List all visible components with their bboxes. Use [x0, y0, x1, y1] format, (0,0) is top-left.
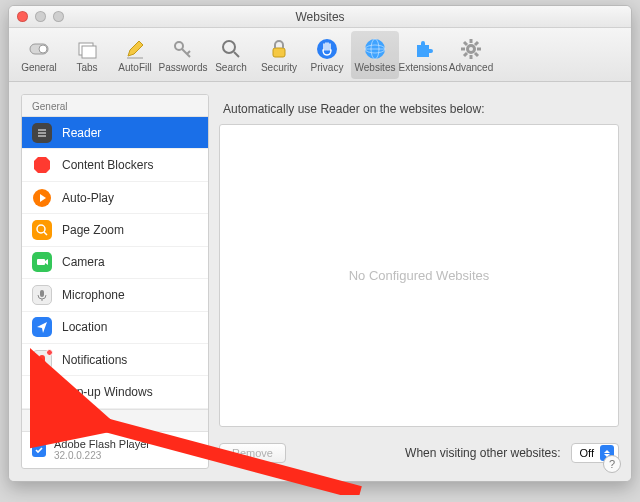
svg-line-21	[464, 53, 467, 56]
plugin-name: Adobe Flash Player	[54, 438, 150, 451]
toolbar-label: Advanced	[449, 62, 493, 73]
lock-icon	[266, 36, 292, 62]
close-window-button[interactable]	[17, 11, 28, 22]
toolbar-advanced[interactable]: Advanced	[447, 31, 495, 79]
toolbar-label: Security	[261, 62, 297, 73]
sidebar-item-label: Location	[62, 320, 107, 334]
toolbar-label: Extensions	[399, 62, 448, 73]
sidebar-item-camera[interactable]: Camera	[22, 247, 208, 279]
websites-list[interactable]: No Configured Websites	[219, 124, 619, 427]
toolbar-label: Privacy	[311, 62, 344, 73]
select-value: Off	[580, 447, 594, 459]
sidebar-item-popups[interactable]: Pop-up Windows	[22, 376, 208, 408]
plugin-checkbox[interactable]	[32, 443, 46, 457]
toolbar-label: Websites	[355, 62, 396, 73]
window-title: Websites	[9, 10, 631, 24]
sidebar-item-label: Auto-Play	[62, 191, 114, 205]
zoom-icon	[32, 220, 52, 240]
toolbar-passwords[interactable]: Passwords	[159, 31, 207, 79]
svg-line-20	[475, 53, 478, 56]
sidebar-item-label: Camera	[62, 255, 105, 269]
sidebar-item-page-zoom[interactable]: Page Zoom	[22, 214, 208, 246]
sidebar-item-location[interactable]: Location	[22, 312, 208, 344]
svg-point-1	[39, 45, 47, 53]
main-panel: Automatically use Reader on the websites…	[219, 94, 619, 469]
svg-line-19	[464, 42, 467, 45]
svg-point-6	[223, 41, 235, 53]
svg-point-30	[37, 225, 45, 233]
footer-controls: Remove When visiting other websites: Off	[219, 427, 619, 469]
toolbar-websites[interactable]: Websites	[351, 31, 399, 79]
sidebar-item-notifications[interactable]: Notifications	[22, 344, 208, 376]
preferences-toolbar: General Tabs AutoFill Passwords Search	[9, 28, 631, 82]
svg-marker-27	[34, 157, 50, 173]
visiting-label: When visiting other websites:	[405, 446, 560, 460]
svg-marker-36	[37, 322, 47, 333]
svg-rect-32	[37, 259, 45, 265]
preferences-window: Websites General Tabs AutoFill Passwords	[8, 5, 632, 482]
plugin-meta: Adobe Flash Player 32.0.0.223	[54, 438, 150, 462]
svg-point-9	[317, 39, 337, 59]
sidebar-section-plugins: Plug-ins	[22, 409, 208, 432]
reader-icon	[32, 123, 52, 143]
svg-point-23	[469, 47, 473, 51]
sidebar: General Reader Content Blockers Auto-Pla…	[21, 94, 209, 469]
popup-icon	[32, 382, 52, 402]
notification-badge	[46, 349, 53, 356]
svg-line-22	[475, 42, 478, 45]
toolbar-label: General	[21, 62, 57, 73]
sidebar-item-label: Page Zoom	[62, 223, 124, 237]
camera-icon	[32, 252, 52, 272]
svg-marker-33	[45, 259, 48, 265]
minimize-window-button[interactable]	[35, 11, 46, 22]
stop-icon	[32, 155, 52, 175]
key-icon	[170, 36, 196, 62]
switch-icon	[26, 36, 52, 62]
search-icon	[218, 36, 244, 62]
sidebar-item-label: Reader	[62, 126, 101, 140]
sidebar-item-microphone[interactable]: Microphone	[22, 279, 208, 311]
sidebar-item-label: Microphone	[62, 288, 125, 302]
help-label: ?	[609, 458, 615, 470]
remove-label: Remove	[232, 447, 273, 459]
svg-rect-3	[82, 46, 96, 58]
sidebar-item-label: Content Blockers	[62, 158, 153, 172]
toolbar-general[interactable]: General	[15, 31, 63, 79]
sidebar-section-general: General	[22, 95, 208, 117]
titlebar: Websites	[9, 6, 631, 28]
bell-icon	[32, 350, 52, 370]
gear-icon	[458, 36, 484, 62]
globe-icon	[362, 36, 388, 62]
toolbar-security[interactable]: Security	[255, 31, 303, 79]
location-icon	[32, 317, 52, 337]
svg-rect-34	[40, 290, 44, 297]
content-area: General Reader Content Blockers Auto-Pla…	[9, 82, 631, 481]
sidebar-item-reader[interactable]: Reader	[22, 117, 208, 149]
zoom-window-button[interactable]	[53, 11, 64, 22]
microphone-icon	[32, 285, 52, 305]
remove-button[interactable]: Remove	[219, 443, 286, 463]
sidebar-item-auto-play[interactable]: Auto-Play	[22, 182, 208, 214]
svg-rect-8	[273, 48, 285, 57]
toolbar-extensions[interactable]: Extensions	[399, 31, 447, 79]
svg-point-37	[41, 362, 43, 364]
tab-icon	[74, 36, 100, 62]
toolbar-search[interactable]: Search	[207, 31, 255, 79]
plugin-version: 32.0.0.223	[54, 450, 150, 462]
play-icon	[32, 188, 52, 208]
toolbar-privacy[interactable]: Privacy	[303, 31, 351, 79]
toolbar-label: Search	[215, 62, 247, 73]
svg-point-5	[175, 42, 183, 50]
toolbar-label: Passwords	[159, 62, 208, 73]
toolbar-autofill[interactable]: AutoFill	[111, 31, 159, 79]
plugin-item-flash[interactable]: Adobe Flash Player 32.0.0.223	[22, 432, 208, 468]
empty-state-text: No Configured Websites	[349, 268, 490, 283]
sidebar-item-content-blockers[interactable]: Content Blockers	[22, 149, 208, 181]
toolbar-label: AutoFill	[118, 62, 151, 73]
toolbar-tabs[interactable]: Tabs	[63, 31, 111, 79]
main-heading: Automatically use Reader on the websites…	[219, 94, 619, 124]
svg-line-31	[44, 232, 47, 235]
pencil-icon	[122, 36, 148, 62]
help-button[interactable]: ?	[603, 455, 621, 473]
sidebar-item-label: Pop-up Windows	[62, 385, 153, 399]
